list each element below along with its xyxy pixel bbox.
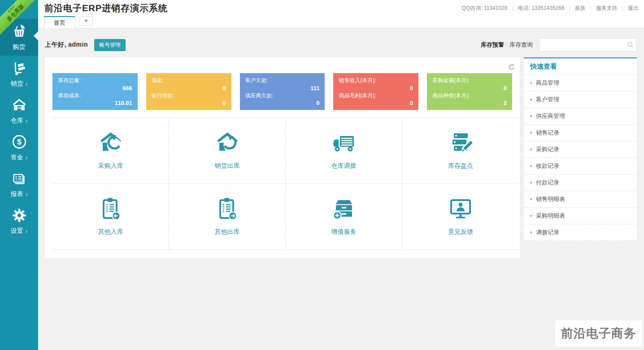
quick-view-item-label: 采购明细表 (536, 212, 565, 220)
stat-value: 111 (245, 85, 320, 92)
account-manage-button[interactable]: 账号管理 (94, 39, 126, 51)
stat-label: 库存成本: (58, 92, 132, 100)
content-area: 上午好, admin 账号管理 库存预警 库存查询 (38, 28, 644, 350)
gear-icon (12, 208, 27, 223)
stat-value: 0 (245, 100, 320, 107)
separator: | (569, 5, 570, 11)
bullet-icon (530, 82, 532, 84)
basket-icon (12, 24, 27, 39)
quick-view-item[interactable]: 采购记录 (524, 141, 637, 158)
sidebar-item-warehouse[interactable]: 仓库› (0, 92, 38, 129)
quick-view-item[interactable]: 收款记录 (524, 158, 637, 175)
sidebar-item-label-row: 仓库› (11, 117, 28, 125)
stat-card: 现金:0银行存款:0 (146, 73, 231, 110)
shortcut-purchase-in[interactable]: 采购入库 (52, 118, 169, 184)
chevron-right-icon: › (26, 118, 28, 124)
sidebar-item-reports[interactable]: 报表› (0, 166, 38, 203)
dollar-icon: $ (12, 134, 27, 149)
stat-label: 供应商欠款: (245, 92, 320, 100)
shortcut-label: 意见反馈 (448, 228, 473, 236)
inventory-query-link[interactable]: 库存查询 (509, 41, 533, 49)
sidebar-item-label: 销货 (11, 80, 23, 88)
services-plus-icon (332, 197, 356, 220)
bullet-icon (530, 182, 532, 184)
quick-view-item[interactable]: 供应商管理 (524, 108, 637, 125)
clipboard-out-icon (216, 197, 239, 220)
stat-card: 采购金额(本月):0商品种类(本月):2 (427, 73, 512, 110)
search-icon (627, 41, 634, 48)
trolley-icon (12, 61, 27, 76)
page-title: 前沿电子ERP进销存演示系统 (44, 0, 168, 17)
top-links: QQ咨询: 11341028|电话: 13351435266|换肤|服务支持|退… (462, 0, 639, 16)
caret-down-icon (84, 20, 88, 22)
quick-view-item[interactable]: 客户管理 (524, 92, 637, 108)
stat-label: 客户欠款: (245, 77, 320, 84)
shortcut-label: 其他出库 (215, 228, 240, 236)
sidebar-item-label: 仓库 (11, 117, 23, 125)
refresh-button[interactable] (508, 64, 515, 71)
shortcut-feedback[interactable]: 意见反馈 (402, 184, 519, 250)
sidebar-item-settings[interactable]: 设置› (0, 203, 38, 240)
quick-view-item[interactable]: 付款记录 (524, 175, 637, 191)
quick-view-list: 商品管理客户管理供应商管理销售记录采购记录收款记录付款记录销售明细表采购明细表调… (524, 75, 637, 241)
sidebar-item-label: 资金 (11, 153, 23, 162)
quick-view-item[interactable]: 调拨记录 (524, 224, 637, 241)
quick-view-item[interactable]: 采购明细表 (524, 208, 637, 224)
chevron-right-icon: › (26, 228, 28, 234)
quick-view-item[interactable]: 销售记录 (524, 125, 637, 141)
shortcut-label: 销货出库 (215, 162, 240, 170)
stat-label: 现金: (152, 77, 226, 84)
tabbar: 首页 (38, 16, 644, 28)
shortcut-transfer[interactable]: 仓库调拨 (286, 118, 402, 184)
quick-view-item-label: 商品管理 (536, 79, 559, 87)
stat-label: 银行存款: (152, 92, 226, 100)
sidebar-item-label-row: 购货 (13, 43, 26, 51)
top-link-qq: QQ咨询: 11341028 (462, 4, 508, 12)
house-arrow-out-icon (216, 131, 239, 154)
sidebar-item-label: 购货 (13, 43, 26, 51)
shortcut-other-out[interactable]: 其他出库 (169, 184, 286, 250)
stat-value: 0 (432, 85, 507, 92)
inventory-warning-link[interactable]: 库存预警 (481, 41, 504, 49)
shortcut-other-in[interactable]: 其他入库 (52, 184, 169, 250)
sidebar-item-label-row: 销货› (11, 80, 28, 88)
stat-card: 销售收入(本月):0商品毛利(本月):0 (333, 73, 418, 110)
quick-view-item[interactable]: 商品管理 (524, 75, 637, 92)
tab-dropdown-button[interactable] (79, 16, 93, 26)
tab-home[interactable]: 首页 (44, 16, 75, 28)
shortcut-grid: 采购入库销货出库仓库调拨库存盘点其他入库其他出库增值服务意见反馈 (52, 118, 519, 250)
stock-check-icon (449, 131, 472, 154)
clipboard-in-icon (99, 197, 122, 220)
stat-label: 销售收入(本月): (339, 77, 413, 84)
top-link-phone: 电话: 13351435266 (518, 4, 565, 12)
inventory-search (539, 38, 637, 52)
bullet-icon (530, 132, 532, 134)
shortcut-label: 仓库调拨 (331, 162, 357, 170)
shortcut-label: 库存盘点 (448, 162, 473, 170)
sidebar-item-label-row: 报表› (11, 190, 28, 198)
sidebar-item-sales[interactable]: 销货› (0, 56, 38, 92)
bullet-icon (530, 215, 532, 217)
shortcut-value-service[interactable]: 增值服务 (286, 184, 402, 250)
app-window: ERP 多仓库版 购货销货›仓库›$资金›报表›设置› 前沿电子ERP进销存演示… (0, 0, 644, 350)
truck-icon (332, 131, 356, 154)
bullet-icon (530, 115, 532, 117)
quick-view-item-label: 采购记录 (536, 145, 559, 153)
feedback-icon (449, 197, 472, 220)
stat-value: 0 (152, 100, 226, 107)
stat-label: 采购金额(本月): (432, 77, 507, 84)
stat-cards: 库存总量:666库存成本:110.01现金:0银行存款:0客户欠款:111供应商… (45, 57, 520, 118)
sidebar-item-label: 设置 (11, 227, 23, 235)
shortcut-sales-out[interactable]: 销货出库 (169, 118, 286, 184)
top-link-logout[interactable]: 退出 (628, 4, 639, 12)
sidebar-item-label: 报表 (11, 190, 23, 198)
inventory-search-input[interactable] (539, 38, 637, 52)
tab-home-label: 首页 (54, 19, 65, 27)
shortcut-stocktake[interactable]: 库存盘点 (402, 118, 519, 184)
separator: | (512, 5, 513, 11)
quick-view-item[interactable]: 销售明细表 (524, 191, 637, 208)
top-link-skin[interactable]: 换肤 (575, 4, 586, 12)
brand-watermark: 前沿电子商务 (555, 320, 642, 346)
sidebar-item-funds[interactable]: $资金› (0, 129, 38, 166)
top-link-support[interactable]: 服务支持 (596, 4, 618, 12)
